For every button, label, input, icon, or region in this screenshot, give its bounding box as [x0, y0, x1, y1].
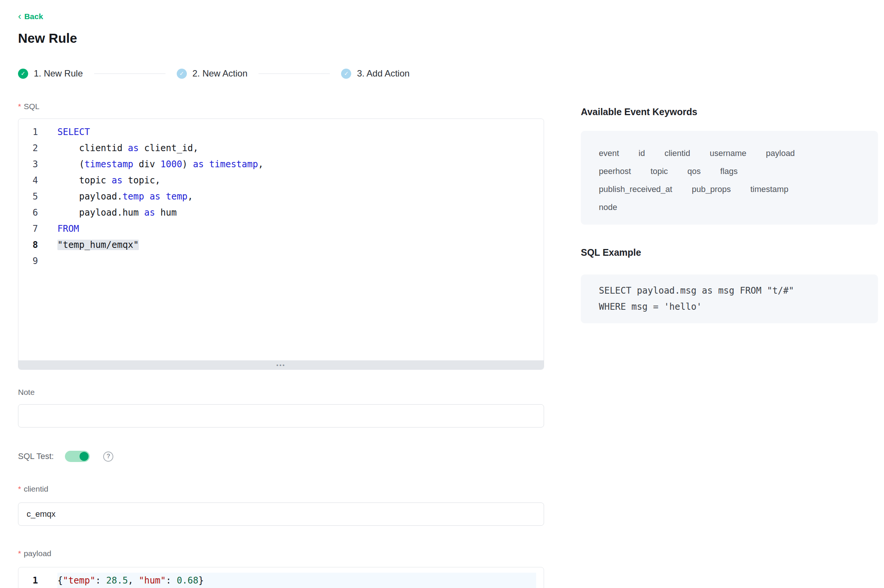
sql-test-label: SQL Test: [18, 452, 54, 461]
clientid-field-label: * clientid [18, 484, 544, 494]
keyword-item: timestamp [750, 180, 788, 198]
new-rule-page: ‹ Back New Rule ✓ 1. New Rule ✓ 2. New A… [0, 0, 884, 588]
keyword-item: event [599, 144, 619, 162]
stepper-step-new-action[interactable]: ✓ 2. New Action [177, 68, 248, 79]
check-icon: ✓ [179, 70, 184, 77]
step-label: 1. New Rule [34, 68, 83, 79]
step-pending-circle: ✓ [341, 69, 351, 79]
event-keywords-title: Available Event Keywords [581, 106, 878, 117]
help-icon[interactable]: ? [103, 452, 113, 462]
required-asterisk: * [18, 102, 21, 111]
keyword-item: flags [720, 162, 738, 180]
keyword-item: pub_props [692, 180, 731, 198]
payload-field-label: * payload [18, 549, 544, 558]
payload-editor-gutter: 1 [18, 567, 52, 588]
stepper-step-add-action[interactable]: ✓ 3. Add Action [341, 68, 409, 79]
keyword-item: username [710, 144, 746, 162]
ellipsis-icon: ••• [277, 362, 286, 368]
keyword-item: peerhost [599, 162, 631, 180]
page-title: New Rule [18, 31, 878, 46]
note-field-label: Note [18, 388, 544, 397]
sql-example-title: SQL Example [581, 247, 878, 258]
sql-example-panel: SELECT payload.msg as msg FROM "t/#" WHE… [581, 274, 878, 323]
step-pending-circle: ✓ [177, 69, 187, 79]
step-label: 2. New Action [192, 68, 248, 79]
toggle-knob [80, 452, 89, 461]
stepper-step-new-rule[interactable]: ✓ 1. New Rule [18, 68, 83, 79]
payload-editor-code[interactable]: {"temp": 28.5, "hum": 0.68} [52, 567, 544, 588]
payload-editor[interactable]: 1 {"temp": 28.5, "hum": 0.68} [18, 567, 544, 588]
clientid-input[interactable] [18, 502, 544, 526]
keyword-item: clientid [665, 144, 690, 162]
required-asterisk: * [18, 549, 21, 558]
step-label: 3. Add Action [357, 68, 409, 79]
back-link[interactable]: ‹ Back [18, 12, 43, 21]
back-label: Back [24, 12, 43, 21]
step-connector [259, 74, 330, 74]
sql-editor-gutter: 123456789 [18, 119, 52, 269]
keyword-item: payload [766, 144, 795, 162]
editor-resize-handle[interactable]: ••• [18, 360, 544, 369]
keyword-item: topic [651, 162, 668, 180]
keyword-item: publish_received_at [599, 180, 672, 198]
sql-editor-code[interactable]: SELECT clientid as client_id, (timestamp… [52, 119, 544, 269]
sql-example-code: SELECT payload.msg as msg FROM "t/#" WHE… [599, 283, 860, 315]
keyword-item: qos [687, 162, 701, 180]
question-icon: ? [107, 453, 110, 460]
stepper: ✓ 1. New Rule ✓ 2. New Action ✓ 3. Add A… [18, 68, 878, 79]
sql-editor[interactable]: 123456789 SELECT clientid as client_id, … [18, 118, 544, 370]
step-done-circle: ✓ [18, 69, 28, 79]
sql-test-toggle[interactable] [65, 451, 90, 462]
event-keywords-panel: eventidclientidusernamepayloadpeerhostto… [581, 131, 878, 225]
note-input[interactable] [18, 404, 544, 428]
sql-field-label: * SQL [18, 102, 544, 111]
help-panel: Available Event Keywords eventidclientid… [581, 102, 878, 323]
step-connector [94, 74, 165, 74]
keyword-item: id [639, 144, 645, 162]
required-asterisk: * [18, 484, 21, 494]
check-icon: ✓ [21, 70, 26, 77]
keyword-item: node [599, 198, 617, 216]
chevron-left-icon: ‹ [18, 11, 21, 21]
check-icon: ✓ [344, 70, 349, 77]
rule-form: * SQL 123456789 SELECT clientid as clien… [18, 102, 544, 588]
